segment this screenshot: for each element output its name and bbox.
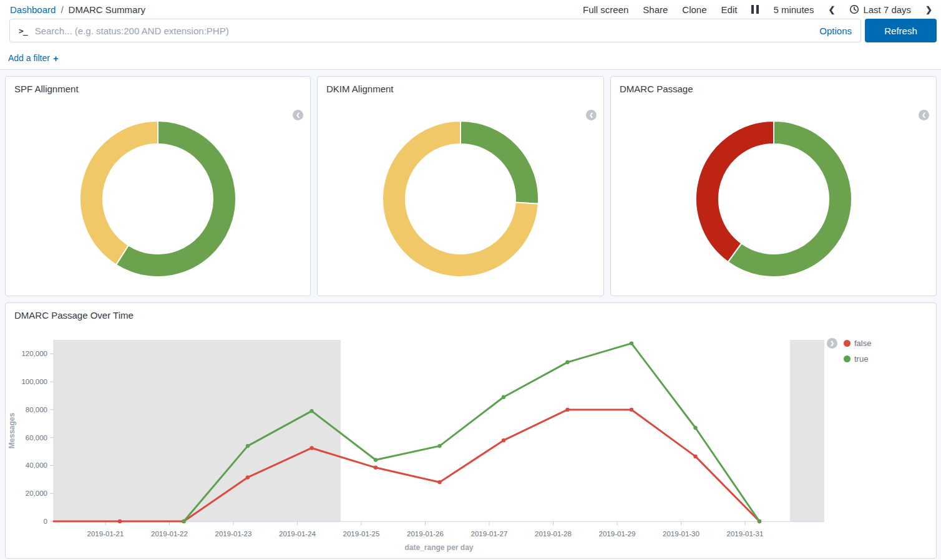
pause-icon[interactable] [751, 5, 759, 14]
dashboard-action-menu: Full screen Share Clone Edit 5 minutes ❮… [583, 4, 932, 15]
svg-text:100,000: 100,000 [21, 378, 47, 385]
legend-false-dot [844, 340, 851, 347]
timeseries-row: 020,00040,00060,00080,000100,000120,0002… [5, 302, 937, 559]
plus-icon: + [53, 53, 59, 64]
svg-text:2019-01-26: 2019-01-26 [407, 530, 444, 538]
clone-button[interactable]: Clone [682, 4, 706, 15]
svg-text:2019-01-22: 2019-01-22 [151, 530, 188, 538]
legend-row: true [844, 354, 871, 364]
page-title: DMARC Summary [69, 4, 145, 15]
panel-title: DKIM Alignment [318, 77, 603, 94]
svg-text:60,000: 60,000 [26, 434, 47, 442]
panel-title: DMARC Passage [611, 77, 936, 94]
refresh-button[interactable]: Refresh [865, 19, 937, 42]
dkim-alignment-donut-chart[interactable] [381, 119, 540, 279]
time-forward-chevron-icon[interactable]: ❯ [925, 5, 932, 14]
svg-text:2019-01-29: 2019-01-29 [599, 530, 636, 538]
time-range-picker[interactable]: Last 7 days [849, 4, 911, 15]
svg-text:80,000: 80,000 [26, 406, 47, 413]
search-input[interactable] [35, 26, 812, 36]
svg-text:date_range per day: date_range per day [404, 543, 473, 552]
legend-item-false[interactable]: false [854, 339, 871, 348]
spf-alignment-panel: SPF Allignment ❮ [5, 76, 311, 296]
breadcrumb-separator: / [61, 4, 63, 15]
console-prompt-icon: >_ [19, 26, 27, 36]
svg-text:0: 0 [44, 518, 47, 525]
legend-collapse-icon[interactable]: ❯ [827, 338, 837, 349]
share-button[interactable]: Share [643, 4, 668, 15]
svg-text:2019-01-23: 2019-01-23 [215, 530, 252, 538]
donut-wrap [318, 119, 603, 279]
full-screen-button[interactable]: Full screen [583, 4, 628, 15]
dmarc-passage-panel: DMARC Passage ❮ [610, 76, 937, 296]
top-navigation-bar: Dashboard / DMARC Summary Full screen Sh… [0, 0, 941, 17]
add-filter-button[interactable]: Add a filter + [8, 53, 59, 64]
svg-text:120,000: 120,000 [21, 350, 47, 357]
clock-icon [849, 4, 859, 14]
breadcrumb-dashboard-link[interactable]: Dashboard [10, 4, 56, 15]
edit-button[interactable]: Edit [721, 4, 738, 15]
time-range-label: Last 7 days [863, 4, 911, 15]
svg-text:2019-01-28: 2019-01-28 [535, 530, 572, 538]
search-bar: >_ Options [9, 19, 861, 42]
svg-text:2019-01-21: 2019-01-21 [87, 530, 124, 538]
panel-title: SPF Allignment [6, 77, 310, 94]
legend-row: ❯ false [827, 338, 871, 349]
dkim-alignment-panel: DKIM Alignment ❮ [317, 76, 604, 296]
svg-text:2019-01-24: 2019-01-24 [279, 530, 316, 538]
svg-text:40,000: 40,000 [26, 461, 47, 469]
svg-text:20,000: 20,000 [26, 490, 47, 497]
donut-wrap [6, 119, 310, 279]
svg-text:2019-01-27: 2019-01-27 [471, 530, 508, 538]
add-filter-label: Add a filter [8, 53, 50, 63]
dmarc-passage-over-time-chart[interactable]: 020,00040,00060,00080,000100,000120,0002… [6, 303, 936, 556]
donut-wrap [611, 119, 936, 279]
options-button[interactable]: Options [819, 26, 852, 36]
dashboard-grid: SPF Allignment ❮ DKIM Alignment ❮ DMARC … [0, 70, 941, 559]
time-back-chevron-icon[interactable]: ❮ [828, 5, 835, 14]
chart-legend: ❯ false true [827, 338, 871, 369]
dmarc-passage-donut-chart[interactable] [694, 119, 854, 279]
refresh-interval-button[interactable]: 5 minutes [773, 4, 814, 15]
spf-alignment-donut-chart[interactable] [78, 119, 238, 279]
breadcrumb: Dashboard / DMARC Summary [10, 4, 145, 15]
svg-text:Messages: Messages [7, 412, 16, 448]
svg-text:2019-01-25: 2019-01-25 [343, 530, 380, 538]
filter-bar: Add a filter + [0, 42, 941, 70]
legend-item-true[interactable]: true [854, 354, 868, 364]
donut-panels-row: SPF Allignment ❮ DKIM Alignment ❮ DMARC … [5, 76, 937, 296]
svg-text:2019-01-31: 2019-01-31 [727, 530, 764, 538]
panel-title: DMARC Passage Over Time [6, 303, 936, 321]
legend-true-dot [844, 355, 851, 362]
query-bar-row: >_ Options Refresh [0, 17, 941, 42]
svg-text:2019-01-30: 2019-01-30 [663, 530, 700, 538]
dmarc-passage-over-time-panel: 020,00040,00060,00080,000100,000120,0002… [5, 302, 937, 559]
